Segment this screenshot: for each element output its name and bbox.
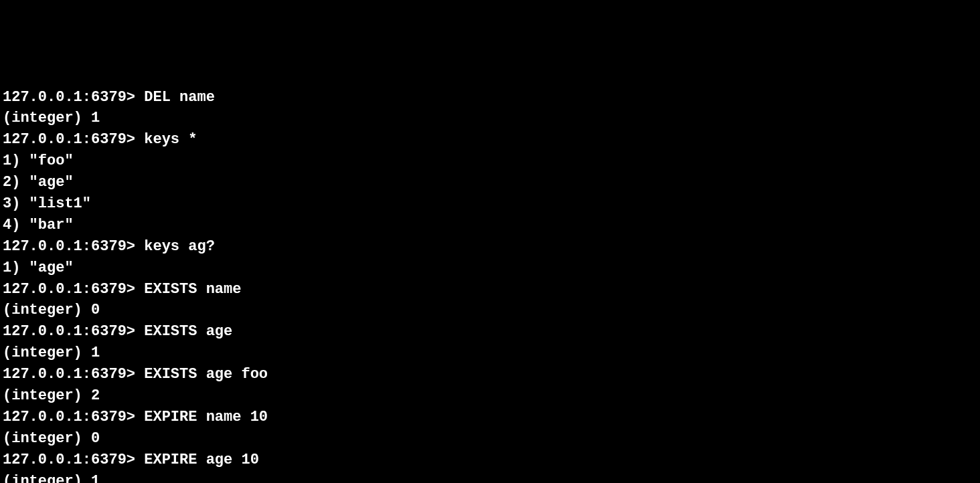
terminal-command-line: 127.0.0.1:6379> keys * — [3, 129, 977, 151]
terminal-output-line: 2) "age" — [3, 172, 977, 193]
terminal-command-line: 127.0.0.1:6379> keys ag? — [3, 236, 977, 258]
terminal-output: 127.0.0.1:6379> DEL name(integer) 1127.0… — [3, 87, 977, 483]
terminal-command-line: 127.0.0.1:6379> EXPIRE name 10 — [3, 407, 977, 428]
terminal-command-line: 127.0.0.1:6379> EXISTS age foo — [3, 364, 977, 385]
terminal-output-line: 4) "bar" — [3, 215, 977, 236]
terminal-output-line: 1) "foo" — [3, 151, 977, 172]
terminal-output-line: (integer) 1 — [3, 343, 977, 364]
terminal-command-line: 127.0.0.1:6379> EXISTS name — [3, 279, 977, 300]
terminal-output-line: 3) "list1" — [3, 193, 977, 215]
terminal-output-line: (integer) 0 — [3, 428, 977, 450]
terminal-output-line: (integer) 1 — [3, 471, 977, 483]
terminal-command-line: 127.0.0.1:6379> DEL name — [3, 87, 977, 108]
terminal-command-line: 127.0.0.1:6379> EXISTS age — [3, 321, 977, 343]
terminal-command-line: 127.0.0.1:6379> EXPIRE age 10 — [3, 450, 977, 471]
terminal-output-line: (integer) 0 — [3, 300, 977, 321]
terminal-output-line: (integer) 1 — [3, 108, 977, 129]
terminal-output-line: (integer) 2 — [3, 385, 977, 407]
terminal-output-line: 1) "age" — [3, 258, 977, 279]
